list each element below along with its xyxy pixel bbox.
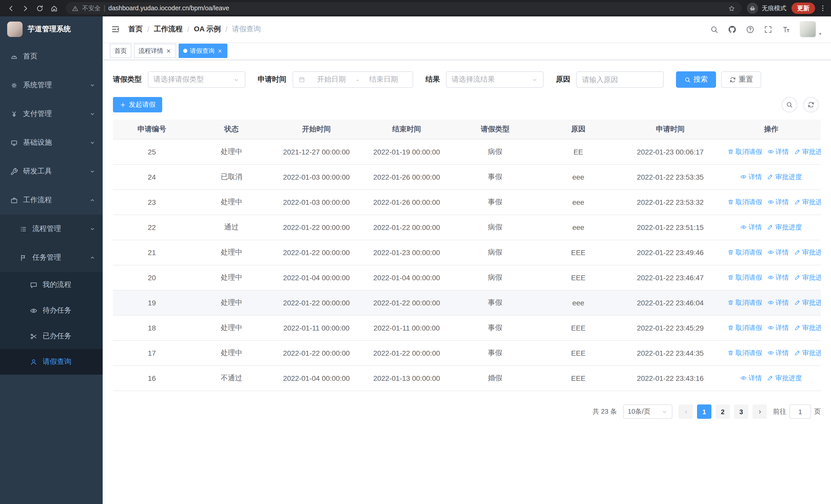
sidebar-item-infra[interactable]: 基础设施 xyxy=(0,128,103,157)
font-size-icon[interactable] xyxy=(782,25,791,34)
table-row[interactable]: 22通过2022-01-22 00:00:002022-01-22 00:00:… xyxy=(113,215,821,240)
sidebar-item-process-mgmt[interactable]: 流程管理 xyxy=(0,214,103,243)
sidebar-item-devtools[interactable]: 研发工具 xyxy=(0,157,103,186)
end-date-placeholder[interactable]: 结束日期 xyxy=(360,75,407,84)
action-cancel[interactable]: 取消请假 xyxy=(727,349,762,358)
table-row[interactable]: 17处理中2022-01-22 00:00:002022-01-22 00:00… xyxy=(113,340,821,366)
table-row[interactable]: 21处理中2022-01-22 00:00:002022-01-23 00:00… xyxy=(113,240,821,265)
action-detail[interactable]: 详情 xyxy=(767,273,789,282)
reset-button[interactable]: 重置 xyxy=(721,71,761,88)
close-icon[interactable] xyxy=(217,48,223,54)
breadcrumb-item[interactable]: 首页 xyxy=(128,25,143,34)
start-date-placeholder[interactable]: 开始日期 xyxy=(308,75,355,84)
page-button-3[interactable]: 3 xyxy=(734,405,748,419)
search-button[interactable]: 搜索 xyxy=(676,71,716,88)
action-detail[interactable]: 详情 xyxy=(767,147,789,156)
action-progress[interactable]: 审批进度 xyxy=(767,173,802,182)
security-label[interactable]: 不安全 xyxy=(82,4,101,12)
browser-home-button[interactable] xyxy=(47,2,61,15)
fullscreen-icon[interactable] xyxy=(764,25,773,34)
result-select[interactable]: 请选择流结果 xyxy=(446,71,544,88)
action-progress[interactable]: 审批进度 xyxy=(767,223,802,232)
action-cancel[interactable]: 取消请假 xyxy=(727,147,762,156)
sidebar-item-payment[interactable]: 支付管理 xyxy=(0,99,103,128)
action-progress[interactable]: 审批进度 xyxy=(794,323,821,333)
sidebar-item-done-task[interactable]: 已办任务 xyxy=(0,323,103,349)
action-progress[interactable]: 审批进度 xyxy=(767,374,802,383)
action-cancel[interactable]: 取消请假 xyxy=(727,198,762,207)
table-header-row: 申请编号状态开始时间结束时间请假类型原因申请时间操作 xyxy=(113,120,821,139)
search-icon[interactable] xyxy=(710,25,719,34)
action-progress[interactable]: 审批进度 xyxy=(794,273,821,282)
tab-流程详情[interactable]: 流程详情 xyxy=(134,43,176,58)
create-leave-button[interactable]: 发起请假 xyxy=(113,97,162,112)
table-row[interactable]: 23处理中2022-01-03 00:00:002022-01-26 00:00… xyxy=(113,190,821,215)
goto-label: 前往 xyxy=(773,407,786,416)
action-progress[interactable]: 审批进度 xyxy=(794,198,821,207)
trash-icon xyxy=(727,249,734,256)
action-progress[interactable]: 审批进度 xyxy=(794,248,821,257)
browser-menu-icon[interactable] xyxy=(819,4,827,12)
sidebar-item-workflow[interactable]: 工作流程 xyxy=(0,186,103,214)
action-label: 详情 xyxy=(749,223,762,232)
prev-page-button[interactable] xyxy=(679,405,693,419)
table-row[interactable]: 24已取消2022-01-03 00:00:002022-01-26 00:00… xyxy=(113,165,821,190)
cell-start: 2022-01-22 00:00:00 xyxy=(272,340,361,366)
sidebar-item-system[interactable]: 系统管理 xyxy=(0,71,103,99)
toggle-search-button[interactable] xyxy=(782,97,797,112)
help-icon[interactable] xyxy=(746,25,754,34)
table-row[interactable]: 20处理中2022-01-04 00:00:002022-01-04 00:00… xyxy=(113,265,821,290)
tab-请假查询[interactable]: 请假查询 xyxy=(179,43,227,58)
table-row[interactable]: 16不通过2022-01-04 00:00:002022-01-13 00:00… xyxy=(113,366,821,391)
sidebar-item-home[interactable]: 首页 xyxy=(0,42,103,71)
sidebar-item-leave-query[interactable]: 请假查询 xyxy=(0,349,103,375)
browser-reload-button[interactable] xyxy=(33,2,46,15)
action-detail[interactable]: 详情 xyxy=(767,248,789,257)
action-detail[interactable]: 详情 xyxy=(740,374,762,383)
tab-首页[interactable]: 首页 xyxy=(110,43,132,58)
url-text[interactable]: dashboard.yudao.iocoder.cn/bpm/oa/leave xyxy=(108,5,724,12)
apply-time-range-picker[interactable]: 开始日期 - 结束日期 xyxy=(292,71,413,88)
sidebar-item-task-mgmt[interactable]: 任务管理 xyxy=(0,243,103,272)
action-detail[interactable]: 详情 xyxy=(740,173,762,182)
table-row[interactable]: 19处理中2022-01-22 00:00:002022-01-22 00:00… xyxy=(113,290,821,316)
action-detail[interactable]: 详情 xyxy=(767,323,789,333)
action-detail[interactable]: 详情 xyxy=(767,198,789,207)
action-cancel[interactable]: 取消请假 xyxy=(727,298,762,307)
action-detail[interactable]: 详情 xyxy=(767,349,789,358)
sidebar-item-my-process[interactable]: 我的流程 xyxy=(0,272,103,298)
goto-page-input[interactable] xyxy=(790,405,811,419)
browser-back-button[interactable] xyxy=(4,2,18,15)
breadcrumb-item[interactable]: OA 示例 xyxy=(194,25,221,34)
github-icon[interactable] xyxy=(728,25,737,34)
action-progress[interactable]: 审批进度 xyxy=(794,147,821,156)
action-detail[interactable]: 详情 xyxy=(767,298,789,307)
leave-type-select[interactable]: 请选择请假类型 xyxy=(148,71,245,88)
page-button-1[interactable]: 1 xyxy=(697,405,711,419)
action-cancel[interactable]: 取消请假 xyxy=(727,323,762,333)
refresh-table-button[interactable] xyxy=(803,97,819,112)
bookmark-star-icon[interactable] xyxy=(728,4,736,12)
browser-update-button[interactable]: 更新 xyxy=(792,3,815,14)
close-icon[interactable] xyxy=(166,48,171,54)
table-row[interactable]: 25处理中2021-12-27 00:00:002022-01-19 00:00… xyxy=(113,139,821,165)
action-progress[interactable]: 审批进度 xyxy=(794,298,821,307)
action-progress[interactable]: 审批进度 xyxy=(794,349,821,358)
page-size-select[interactable]: 10条/页 xyxy=(623,405,672,419)
sidebar-item-todo-task[interactable]: 待办任务 xyxy=(0,298,103,323)
action-cancel[interactable]: 取消请假 xyxy=(727,273,762,282)
user-menu[interactable] xyxy=(800,21,823,37)
action-cancel[interactable]: 取消请假 xyxy=(727,248,762,257)
breadcrumb-item[interactable]: 工作流程 xyxy=(154,25,183,34)
user-avatar[interactable] xyxy=(800,21,816,37)
table-row[interactable]: 18处理中2022-01-11 00:00:002022-01-11 00:00… xyxy=(113,316,821,340)
sidebar-fold-icon[interactable] xyxy=(111,25,120,34)
reason-input[interactable] xyxy=(576,71,664,88)
next-page-button[interactable] xyxy=(752,405,767,419)
browser-forward-button[interactable] xyxy=(19,2,32,15)
address-bar[interactable]: 不安全 dashboard.yudao.iocoder.cn/bpm/oa/le… xyxy=(66,2,742,14)
app-logo[interactable]: 芋道管理系统 xyxy=(0,17,103,42)
page-button-2[interactable]: 2 xyxy=(716,405,730,419)
pagination-pages: 123 xyxy=(697,405,748,419)
action-detail[interactable]: 详情 xyxy=(740,223,762,232)
